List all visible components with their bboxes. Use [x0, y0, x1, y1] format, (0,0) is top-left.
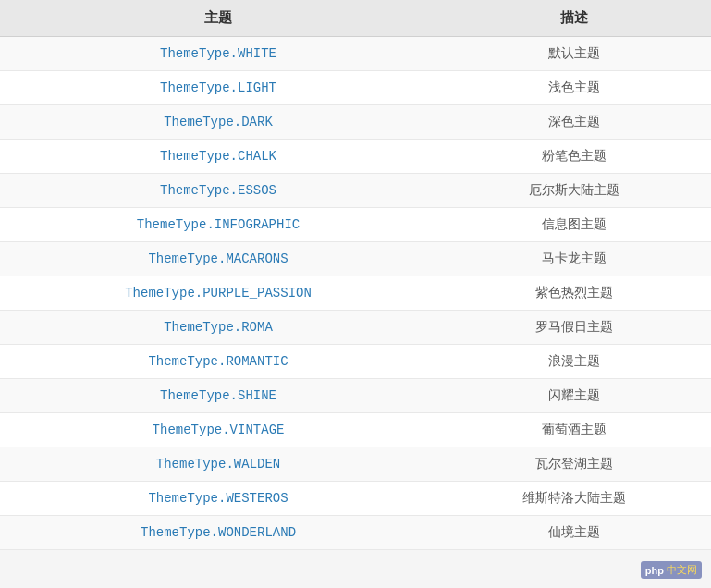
theme-cell: ThemeType.DARK — [0, 105, 436, 140]
description-cell: 闪耀主题 — [436, 379, 711, 413]
theme-cell: ThemeType.WESTEROS — [0, 482, 436, 516]
theme-cell: ThemeType.PURPLE_PASSION — [0, 276, 436, 311]
table-row: ThemeType.ROMA罗马假日主题 — [0, 311, 711, 345]
table-row: ThemeType.LIGHT浅色主题 — [0, 71, 711, 105]
column-header-theme: 主题 — [0, 0, 436, 37]
table-row: ThemeType.WONDERLAND仙境主题 — [0, 516, 711, 550]
table-row: ThemeType.INFOGRAPHIC信息图主题 — [0, 208, 711, 242]
description-cell: 粉笔色主题 — [436, 140, 711, 174]
table-row: ThemeType.ESSOS厄尔斯大陆主题 — [0, 174, 711, 208]
table-row: ThemeType.DARK深色主题 — [0, 105, 711, 140]
description-cell: 深色主题 — [436, 105, 711, 140]
description-cell: 罗马假日主题 — [436, 311, 711, 345]
theme-cell: ThemeType.VINTAGE — [0, 413, 436, 447]
theme-cell: ThemeType.ROMA — [0, 311, 436, 345]
table-row: ThemeType.MACARONS马卡龙主题 — [0, 242, 711, 276]
theme-cell: ThemeType.ROMANTIC — [0, 345, 436, 379]
description-cell: 仙境主题 — [436, 516, 711, 550]
table-row: ThemeType.ROMANTIC浪漫主题 — [0, 345, 711, 379]
description-cell: 信息图主题 — [436, 208, 711, 242]
table-row: ThemeType.CHALK粉笔色主题 — [0, 140, 711, 174]
theme-cell: ThemeType.ESSOS — [0, 174, 436, 208]
theme-cell: ThemeType.WALDEN — [0, 447, 436, 482]
table-row: ThemeType.WALDEN瓦尔登湖主题 — [0, 447, 711, 482]
description-cell: 浪漫主题 — [436, 345, 711, 379]
table-row: ThemeType.WHITE默认主题 — [0, 37, 711, 71]
badge-container: php 中文网 — [641, 561, 702, 580]
theme-cell: ThemeType.SHINE — [0, 379, 436, 413]
cn-text: 中文网 — [667, 563, 697, 577]
table-row: ThemeType.PURPLE_PASSION紫色热烈主题 — [0, 276, 711, 311]
description-cell: 葡萄酒主题 — [436, 413, 711, 447]
table-row: ThemeType.VINTAGE葡萄酒主题 — [0, 413, 711, 447]
theme-cell: ThemeType.LIGHT — [0, 71, 436, 105]
description-cell: 默认主题 — [436, 37, 711, 71]
theme-cell: ThemeType.WHITE — [0, 37, 436, 71]
main-container: 主题 描述 ThemeType.WHITE默认主题ThemeType.LIGHT… — [0, 0, 711, 550]
table-header-row: 主题 描述 — [0, 0, 711, 37]
description-cell: 浅色主题 — [436, 71, 711, 105]
column-header-description: 描述 — [436, 0, 711, 37]
theme-cell: ThemeType.WONDERLAND — [0, 516, 436, 550]
php-badge: php 中文网 — [641, 561, 702, 579]
theme-cell: ThemeType.CHALK — [0, 140, 436, 174]
description-cell: 马卡龙主题 — [436, 242, 711, 276]
description-cell: 紫色热烈主题 — [436, 276, 711, 311]
theme-cell: ThemeType.MACARONS — [0, 242, 436, 276]
description-cell: 瓦尔登湖主题 — [436, 447, 711, 482]
table-row: ThemeType.SHINE闪耀主题 — [0, 379, 711, 413]
description-cell: 厄尔斯大陆主题 — [436, 174, 711, 208]
theme-cell: ThemeType.INFOGRAPHIC — [0, 208, 436, 242]
description-cell: 维斯特洛大陆主题 — [436, 482, 711, 516]
theme-table: 主题 描述 ThemeType.WHITE默认主题ThemeType.LIGHT… — [0, 0, 711, 550]
php-text: php — [645, 565, 664, 576]
table-row: ThemeType.WESTEROS维斯特洛大陆主题 — [0, 482, 711, 516]
